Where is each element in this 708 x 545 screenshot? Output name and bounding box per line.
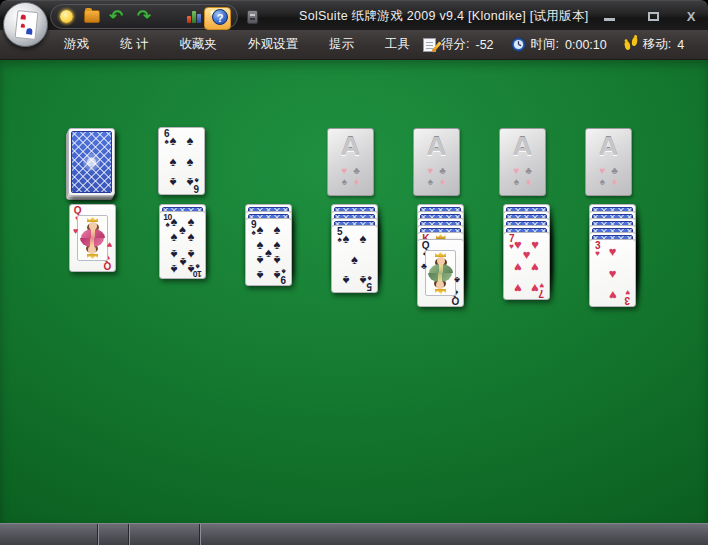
menu-game[interactable]: 游戏 — [64, 36, 89, 53]
status-separator — [97, 524, 99, 545]
menu-appearance[interactable]: 外观设置 — [248, 36, 298, 53]
suit-pip: ♠ — [360, 274, 367, 287]
score-value: -52 — [475, 38, 493, 52]
foundation-placeholder-3[interactable]: A♥♣♠♦ — [499, 128, 546, 196]
foundation-ace-label: A — [328, 133, 373, 159]
app-menu-button[interactable] — [3, 2, 48, 47]
time-label: 时间: — [531, 36, 559, 53]
suit-pip: ♠ — [188, 262, 195, 275]
suit-pip: ♠ — [274, 253, 281, 266]
suit-pip: ♠ — [169, 176, 176, 189]
suit-pip: ♥ — [523, 248, 531, 261]
sun-icon — [60, 10, 73, 23]
card-9-spades[interactable]: 9♠9♠♠♠♠♠♠♠♠♠♠ — [245, 218, 292, 286]
suit-pip: ♠ — [188, 247, 195, 260]
queen-side-pip: ♣ — [421, 262, 427, 271]
card-q-hearts[interactable]: Q♥Q♥♥♥ — [69, 204, 116, 272]
card-q-clubs[interactable]: Q♣Q♣♣♣ — [417, 239, 464, 307]
toolbar: ↶ ↷ ? — [50, 4, 238, 29]
clock-icon — [511, 37, 526, 52]
suit-pip: ♠ — [170, 262, 177, 275]
footprints-icon — [624, 38, 638, 52]
queen-side-pip: ♥ — [73, 227, 78, 236]
suit-pip: ♠ — [274, 238, 281, 251]
stock-pile-card-back[interactable] — [68, 128, 115, 196]
card-corner-index: 3♥ — [592, 241, 603, 258]
score-notepad-icon — [423, 38, 436, 52]
minimize-button[interactable] — [596, 9, 622, 25]
suit-pip: ♠ — [351, 253, 358, 266]
suit-pip: ♥ — [531, 261, 539, 274]
suit-pip: ♠ — [360, 231, 367, 244]
foundation-ace-label: A — [414, 133, 459, 159]
card-7-hearts[interactable]: 7♥7♥♥♥♥♥♥♥♥ — [503, 232, 550, 300]
card-10-spades[interactable]: 10♠10♠♠♠♠♠♠♠♠♠♠♠ — [159, 211, 206, 279]
card-3-hearts[interactable]: 3♥3♥♥♥♥ — [589, 239, 636, 307]
time-group: 时间: 0:00:10 — [511, 36, 607, 53]
time-value: 0:00:10 — [565, 38, 607, 52]
suit-pip: ♠ — [169, 133, 176, 146]
moves-value: 4 — [677, 38, 684, 52]
suit-pip: ♠ — [187, 133, 194, 146]
suit-pip: ♠ — [170, 215, 177, 228]
status-separator — [128, 524, 130, 545]
suit-pip: ♥ — [609, 289, 617, 302]
status-separator — [199, 524, 201, 545]
foundation-suit-icons: ♥♣♠♦ — [511, 165, 535, 187]
suit-pip: ♥ — [514, 282, 522, 295]
maximize-button[interactable] — [640, 9, 666, 25]
suit-pip: ♥ — [609, 244, 617, 257]
menu-tools[interactable]: 工具 — [385, 36, 410, 53]
app-logo-icon — [15, 10, 39, 40]
foundation-ace-label: A — [586, 133, 631, 159]
queen-side-pip: ♣ — [454, 275, 460, 284]
suit-pip: ♠ — [179, 255, 186, 268]
card-back-pattern — [71, 131, 112, 193]
foundation-suit-icons: ♥♣♠♦ — [339, 165, 363, 187]
menu-favorites[interactable]: 收藏夹 — [179, 36, 217, 53]
moves-label: 移动: — [643, 36, 671, 53]
menu-bar: 游戏 统 计 收藏夹 外观设置 提示 工具 得分: -52 时间: 0:00:1… — [0, 30, 708, 60]
suit-pip: ♥ — [514, 237, 522, 250]
undo-arrow-icon: ↶ — [109, 8, 123, 25]
new-game-sun-icon[interactable] — [54, 6, 78, 27]
score-group: 得分: -52 — [423, 36, 494, 53]
help-button[interactable]: ? — [208, 6, 232, 27]
bar-chart-icon — [187, 10, 201, 23]
suit-pip: ♠ — [170, 247, 177, 260]
foundation-placeholder-1[interactable]: A♥♣♠♦ — [327, 128, 374, 196]
waste-card-6-spades[interactable]: 6♠6♠♠♠♠♠♠♠ — [158, 127, 205, 195]
redo-button[interactable]: ↷ — [132, 6, 156, 27]
undo-button[interactable]: ↶ — [104, 6, 128, 27]
favorites-folder-icon[interactable] — [80, 6, 104, 27]
card-5-spades[interactable]: 5♠5♠♠♠♠♠♠ — [331, 225, 378, 293]
suit-pip: ♠ — [256, 253, 263, 266]
menu-statistics[interactable]: 统 计 — [120, 36, 148, 53]
maximize-icon — [648, 12, 659, 21]
foundation-suit-icons: ♥♣♠♦ — [597, 165, 621, 187]
card-corner-index: 3♥ — [622, 288, 633, 305]
suit-pip: ♠ — [188, 230, 195, 243]
menu-hint[interactable]: 提示 — [329, 36, 354, 53]
suit-pip: ♠ — [256, 238, 263, 251]
score-label: 得分: — [441, 36, 469, 53]
suit-pip: ♠ — [187, 176, 194, 189]
suit-pip: ♥ — [514, 261, 522, 274]
status-bar — [0, 523, 708, 545]
suit-pip: ♥ — [531, 282, 539, 295]
window-title: SolSuite 纸牌游戏 2009 v9.4 [Klondike] [试用版本… — [299, 8, 589, 25]
suit-pip: ♥ — [531, 237, 539, 250]
game-field: 6♠6♠♠♠♠♠♠♠A♥♣♠♦A♥♣♠♦A♥♣♠♦A♥♣♠♦Q♥Q♥♥♥10♠1… — [0, 60, 708, 523]
minimize-icon — [604, 18, 615, 21]
moves-group: 移动: 4 — [624, 36, 684, 53]
toolbar-handle-icon[interactable] — [247, 10, 258, 24]
foundation-placeholder-2[interactable]: A♥♣♠♦ — [413, 128, 460, 196]
queen-portrait — [425, 250, 456, 296]
foundation-placeholder-4[interactable]: A♥♣♠♦ — [585, 128, 632, 196]
close-button[interactable]: X — [678, 9, 704, 25]
queen-side-pip: ♥ — [107, 240, 112, 249]
statistics-button[interactable] — [182, 6, 206, 27]
suit-pip: ♠ — [179, 222, 186, 235]
suit-pip: ♠ — [342, 231, 349, 244]
suit-pip: ♠ — [170, 230, 177, 243]
